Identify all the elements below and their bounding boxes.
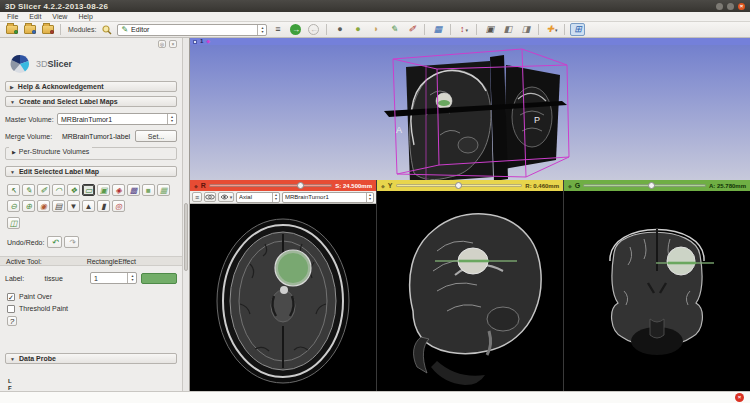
green-slice-bar[interactable]: ◆ G A: 25.780mm — [564, 180, 750, 191]
master-volume-combobox[interactable]: MRBrainTumor1 ▴▾ — [57, 113, 177, 125]
module-selector-combobox[interactable]: ✎ Editor ▴▾ — [117, 24, 267, 36]
coronal-slice-viewport[interactable] — [564, 191, 750, 391]
undo-button[interactable]: ↶ — [47, 236, 62, 248]
watershed-effect-button[interactable]: ◎ — [112, 200, 125, 212]
slice-volume-combobox[interactable]: MRBrainTumor1 ▴▾ — [282, 192, 374, 203]
toolbar-separator — [326, 24, 327, 35]
change-island-button[interactable]: ◈ — [112, 184, 125, 196]
crosshair-button[interactable]: ✚ ▾ — [544, 23, 559, 36]
combo-arrows-icon[interactable]: ▴▾ — [272, 193, 279, 202]
default-tool-button[interactable]: ↖ — [7, 184, 20, 196]
spinbox-arrows-icon[interactable]: ▴▾ — [127, 273, 136, 283]
create-select-labelmaps-section[interactable]: ▼ Create and Select Label Maps — [5, 96, 177, 107]
merge-volume-label: Merge Volume: — [5, 133, 57, 140]
orientation-combobox[interactable]: Axial ▴▾ — [236, 192, 280, 203]
green-slice-offset: A: 25.780mm — [709, 183, 746, 189]
scene-view-restore-button[interactable]: ◨ — [518, 23, 533, 36]
load-scene-folder-icon[interactable] — [4, 23, 19, 36]
sagittal-slice-viewport[interactable] — [377, 191, 563, 391]
slice-link-button[interactable] — [204, 192, 216, 202]
combo-arrows-icon[interactable]: ▴▾ — [167, 114, 176, 124]
draw-effect-button[interactable]: ✐ — [37, 184, 50, 196]
label-color-swatch[interactable] — [141, 273, 177, 284]
menu-item[interactable]: File — [7, 13, 18, 20]
module-volumes-button[interactable]: ● — [332, 23, 347, 36]
make-model-effect-button[interactable]: ◫ — [7, 217, 20, 229]
modules-menu-button[interactable]: ≡ — [270, 23, 285, 36]
slider-handle[interactable] — [648, 182, 655, 189]
module-models-button[interactable]: ● — [350, 23, 365, 36]
slice-menu-button[interactable]: ≡ — [192, 192, 202, 202]
pin-icon[interactable]: ◆ — [194, 183, 198, 189]
erode-label-button[interactable]: ⊖ — [7, 200, 20, 212]
extensions-manager-button[interactable]: ⊞ — [570, 23, 585, 36]
save-volume-button[interactable]: ▮ — [97, 200, 110, 212]
mouse-mode-button[interactable]: ↕ ▾ — [456, 23, 471, 36]
threshold-paint-checkbox[interactable] — [7, 305, 15, 313]
rectangle-effect-button[interactable]: ▭ — [82, 184, 95, 196]
paint-effect-button[interactable]: ✎ — [22, 184, 35, 196]
dilate-label-button[interactable]: ⊕ — [22, 200, 35, 212]
posterior-orientation-label: P — [534, 115, 540, 125]
yellow-slice-bar[interactable]: ◆ Y R: 0.460mm — [377, 180, 563, 191]
change-label-up-button[interactable]: ▲ — [82, 200, 95, 212]
slider-handle[interactable] — [297, 182, 304, 189]
per-structure-volumes-group: ▶ Per-Structure Volumes — [5, 147, 177, 160]
label-value-spinbox[interactable]: 1 ▴▾ — [90, 272, 137, 284]
data-probe-section[interactable]: ▼ Data Probe — [5, 353, 177, 364]
slice-visibility-button[interactable]: ▾ — [218, 192, 234, 202]
threeD-render-canvas[interactable]: A P — [190, 45, 750, 180]
threeD-view-controller-bar[interactable]: 1 ◆ — [190, 38, 750, 45]
identify-islands-button[interactable]: ▣ — [97, 184, 110, 196]
yellow-slice-slider[interactable] — [396, 184, 523, 187]
layout-selector-button[interactable]: ▦ — [430, 23, 445, 36]
change-label-down-button[interactable]: ▼ — [67, 200, 80, 212]
module-transforms-button[interactable]: ◗ — [368, 23, 383, 36]
help-question-button[interactable]: ? — [7, 316, 17, 326]
load-dicom-folder-icon[interactable] — [22, 23, 37, 36]
module-ruler-button[interactable]: ✐ — [404, 23, 419, 36]
pin-icon[interactable]: ◆ — [381, 183, 385, 189]
screenshot-button[interactable]: ▣ — [482, 23, 497, 36]
red-slice-bar[interactable]: ◆ R S: 24.500mm — [190, 180, 376, 191]
panel-scrollbar[interactable] — [182, 38, 189, 391]
combo-arrows-icon[interactable]: ▴▾ — [366, 193, 373, 202]
history-previous-button[interactable]: ← — [306, 23, 321, 36]
green-slice-slider[interactable] — [583, 184, 706, 187]
red-slice-slider[interactable] — [209, 184, 332, 187]
module-search-button[interactable] — [99, 23, 114, 36]
module-selector-arrows[interactable]: ▴▾ — [257, 25, 266, 35]
threeD-view: 1 ◆ — [190, 38, 750, 180]
maximize-button[interactable] — [727, 3, 734, 10]
panel-pin-button[interactable]: ◎ — [158, 40, 166, 48]
close-button[interactable]: × — [738, 3, 745, 10]
menu-item[interactable]: Help — [78, 13, 92, 20]
identify-islands2-button[interactable]: ▤ — [52, 200, 65, 212]
paint-over-checkbox[interactable]: ✓ — [7, 293, 15, 301]
axial-slice-viewport[interactable] — [190, 204, 376, 391]
error-indicator-icon[interactable]: × — [735, 393, 744, 402]
redo-button[interactable]: ↷ — [64, 236, 79, 248]
panel-close-button[interactable]: × — [169, 40, 177, 48]
module-annotations-button[interactable]: ✎ — [386, 23, 401, 36]
level-tracing-effect-button[interactable]: ◠ — [52, 184, 65, 196]
edit-selected-labelmap-section[interactable]: ▼ Edit Selected Label Map — [5, 166, 177, 177]
save-scene-folder-icon[interactable] — [40, 23, 55, 36]
per-structure-volumes-header[interactable]: ▶ Per-Structure Volumes — [9, 147, 92, 156]
set-merge-volume-button[interactable]: Set... — [135, 130, 177, 142]
threshold-effect-button[interactable]: ▦ — [157, 184, 170, 196]
save-island-button[interactable]: ■ — [142, 184, 155, 196]
grow-cut-effect-button[interactable]: ◉ — [37, 200, 50, 212]
scrollbar-thumb[interactable] — [184, 203, 188, 271]
scene-view-capture-button[interactable]: ◧ — [500, 23, 515, 36]
help-acknowledgement-section[interactable]: ▶ Help & Acknowledgement — [5, 81, 177, 92]
remove-islands-button[interactable]: ▩ — [127, 184, 140, 196]
menu-item[interactable]: View — [52, 13, 67, 20]
pin-icon[interactable] — [193, 40, 197, 44]
pin-icon[interactable]: ◆ — [568, 183, 572, 189]
menu-item[interactable]: Edit — [29, 13, 41, 20]
slider-handle[interactable] — [455, 182, 462, 189]
minimize-button[interactable] — [716, 3, 723, 10]
history-next-button[interactable]: → — [288, 23, 303, 36]
wand-effect-button[interactable]: ❖ — [67, 184, 80, 196]
